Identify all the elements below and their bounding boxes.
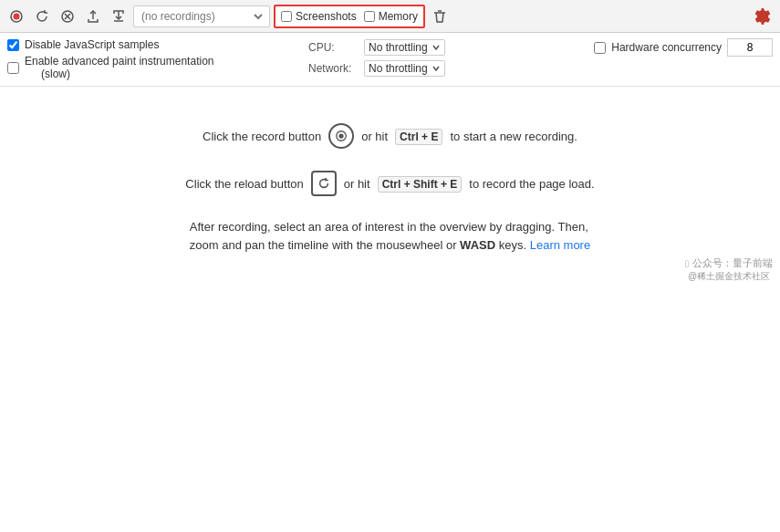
clear-button[interactable] <box>429 5 451 27</box>
memory-checkbox-label[interactable]: Memory <box>364 10 418 23</box>
screenshots-checkbox-label[interactable]: Screenshots <box>281 10 357 23</box>
network-row: Network: No throttling <box>308 60 773 77</box>
save-profile-button[interactable] <box>108 5 130 27</box>
record-hint-action: to start a new recording. <box>450 130 577 143</box>
learn-more-link[interactable]: Learn more <box>530 238 590 252</box>
watermark-bottom: @稀土掘金技术社区 <box>688 270 770 283</box>
network-throttle-chevron <box>432 64 441 73</box>
cpu-throttle-chevron <box>432 43 441 52</box>
after-recording-text: After recording, select an area of inter… <box>190 218 590 254</box>
options-right: CPU: No throttling Hardware concurrency … <box>308 38 773 77</box>
cpu-label: CPU: <box>308 41 359 54</box>
cpu-row: CPU: No throttling Hardware concurrency <box>308 38 773 57</box>
advanced-paint-row: Enable advanced paint instrumentation (s… <box>7 55 308 80</box>
reload-icon-circle <box>311 171 337 196</box>
screenshots-checkbox[interactable] <box>281 11 292 22</box>
network-label: Network: <box>308 62 359 75</box>
stop-button[interactable] <box>57 5 78 27</box>
screenshots-memory-box: Screenshots Memory <box>274 5 425 28</box>
screenshots-label: Screenshots <box>296 10 357 23</box>
disable-js-checkbox[interactable] <box>7 39 19 51</box>
recording-select-wrapper: (no recordings) <box>133 5 270 27</box>
disable-js-label: Disable JavaScript samples <box>25 38 159 51</box>
watermark-top:  公众号：量子前端 <box>685 256 773 270</box>
svg-point-1 <box>14 13 20 19</box>
reload-hint-prefix: Click the reload button <box>185 177 303 191</box>
svg-point-11 <box>339 133 344 138</box>
watermark:  公众号：量子前端 @稀土掘金技术社区 <box>685 256 773 283</box>
hardware-concurrency-checkbox[interactable] <box>594 42 606 54</box>
record-hint-row: Click the record button or hit Ctrl + E … <box>203 123 577 149</box>
hardware-concurrency-label: Hardware concurrency <box>611 41 722 54</box>
hardware-concurrency-input[interactable] <box>727 38 773 57</box>
reload-hint-or: or hit <box>344 177 370 191</box>
record-icon-circle <box>328 123 354 149</box>
cpu-throttle-select[interactable]: No throttling <box>364 39 445 56</box>
settings-button[interactable] <box>751 5 775 28</box>
memory-label: Memory <box>379 10 418 23</box>
network-throttle-value: No throttling <box>369 62 428 75</box>
options-row: Disable JavaScript samples Enable advanc… <box>0 33 780 87</box>
network-throttle-select[interactable]: No throttling <box>364 60 445 77</box>
record-hint-prefix: Click the record button <box>203 130 321 143</box>
record-hint-key: Ctrl + E <box>395 130 442 143</box>
recording-select[interactable]: (no recordings) <box>138 9 265 24</box>
options-left: Disable JavaScript samples Enable advanc… <box>7 38 308 80</box>
load-profile-button[interactable] <box>82 5 104 27</box>
memory-checkbox[interactable] <box>364 11 375 22</box>
reload-hint-action: to record the page load. <box>469 177 594 191</box>
cpu-throttle-value: No throttling <box>369 41 428 54</box>
hardware-concurrency-wrapper: Hardware concurrency <box>594 38 773 57</box>
refresh-button[interactable] <box>31 5 53 27</box>
record-hint-or: or hit <box>361 130 388 143</box>
reload-icon <box>317 177 330 190</box>
record-button[interactable] <box>5 5 27 27</box>
reload-hint-key: Ctrl + Shift + E <box>378 177 463 191</box>
toolbar: (no recordings) Screenshots Memory <box>0 0 780 33</box>
advanced-paint-label: Enable advanced paint instrumentation (s… <box>25 55 213 80</box>
disable-js-row: Disable JavaScript samples <box>7 38 308 51</box>
main-content: Click the record button or hit Ctrl + E … <box>0 87 780 290</box>
advanced-paint-checkbox[interactable] <box>7 62 19 74</box>
record-icon <box>335 130 348 142</box>
reload-hint-row: Click the reload button or hit Ctrl + Sh… <box>185 171 594 196</box>
